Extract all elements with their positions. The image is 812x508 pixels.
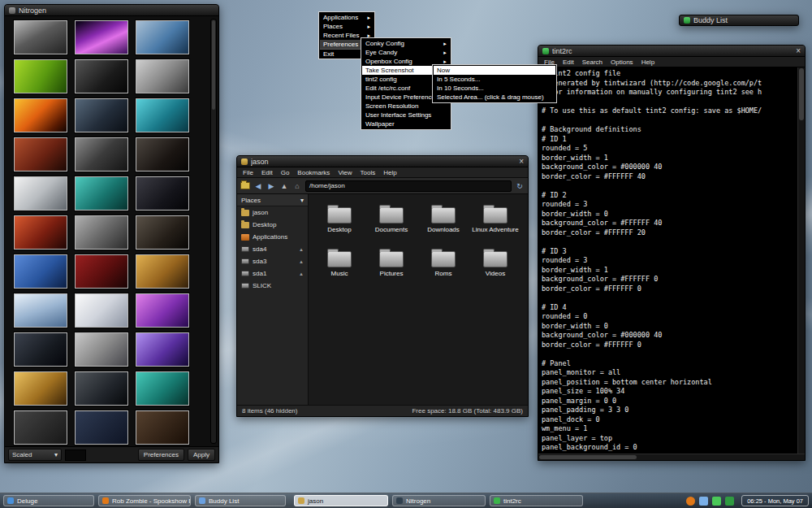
wallpaper-thumbnail[interactable] [14,332,67,367]
horizontal-scrollbar[interactable] [538,454,805,460]
tray-icon[interactable] [725,497,734,506]
scrollbar-thumb[interactable] [539,455,637,459]
eject-icon[interactable]: ▲ [299,271,304,276]
wallpaper-thumbnail[interactable] [75,410,128,445]
taskbar-task[interactable]: Rob Zombie - Spookshow B... [98,495,191,506]
wallpaper-thumbnail[interactable] [14,20,67,54]
folder-item[interactable]: Music [313,248,365,289]
folder-item[interactable]: Roms [417,248,469,289]
wallpaper-thumbnail[interactable] [136,215,189,250]
editor-text[interactable]: # Tint2 config file # Generated by tintw… [538,67,797,454]
folder-item[interactable]: Desktop [313,204,365,245]
wallpaper-thumbnail[interactable] [136,254,189,289]
screenshot-menu-item[interactable]: Now [434,66,555,75]
wallpaper-thumbnail[interactable] [14,410,67,445]
wallpaper-thumbnail[interactable] [136,332,189,367]
tray-icon[interactable] [699,497,708,506]
sidebar-place-item[interactable]: sda1 ▲ [237,267,308,280]
root-menu-item[interactable]: Applications ▸ [320,13,374,22]
menu-bar-item[interactable]: Go [277,169,294,176]
wallpaper-thumbnail[interactable] [14,371,67,406]
menu-bar-item[interactable]: Search [578,59,607,66]
folder-item[interactable]: Videos [469,248,521,289]
screenshot-menu-item[interactable]: In 5 Seconds... [434,75,555,84]
menu-bar-item[interactable]: Help [637,59,659,66]
scrollbar[interactable] [210,19,217,444]
sidebar-place-item[interactable]: jason [237,206,308,219]
preferences-menu-item[interactable]: Conky Config ▸ [362,39,450,48]
back-icon[interactable]: ◀ [253,182,263,190]
wallpaper-thumbnail[interactable] [75,254,128,289]
nitrogen-titlebar[interactable]: Nitrogen [5,5,218,16]
tray-icon[interactable] [686,497,695,506]
new-tab-icon[interactable] [240,182,250,189]
close-icon[interactable]: × [796,47,801,55]
bg-color-preview[interactable] [65,449,86,461]
wallpaper-thumbnail[interactable] [14,215,67,250]
sidebar-place-item[interactable]: sda3 ▲ [237,255,308,267]
wallpaper-thumbnail[interactable] [75,371,128,406]
taskbar-task[interactable]: Buddy List [195,495,286,506]
menu-bar-item[interactable]: Help [379,169,400,176]
wallpaper-thumbnail[interactable] [136,137,189,172]
folder-item[interactable]: Downloads [417,204,469,245]
menu-bar-item[interactable]: File [239,169,257,176]
taskbar-task[interactable]: jason [294,495,388,506]
wallpaper-thumbnail[interactable] [75,215,128,250]
wallpaper-thumbnail[interactable] [75,293,128,328]
taskbar-task[interactable]: Deluge [3,495,94,506]
up-icon[interactable]: ▲ [279,182,289,190]
scrollbar-thumb[interactable] [799,68,804,120]
folder-item[interactable]: Documents [365,204,417,245]
wallpaper-thumbnail[interactable] [14,254,67,289]
scrollbar-thumb[interactable] [212,20,215,110]
menu-bar-item[interactable]: Options [607,59,637,66]
wallpaper-thumbnail[interactable] [136,98,189,132]
places-header[interactable]: Places ▾ [237,194,308,206]
wallpaper-thumbnail[interactable] [14,137,67,172]
tray-icon[interactable] [712,497,721,506]
wallpaper-thumbnail[interactable] [75,332,128,367]
menu-bar-item[interactable]: Bookmarks [293,169,334,176]
wallpaper-thumbnail[interactable] [136,176,189,211]
menu-bar-item[interactable]: Tools [356,169,380,176]
mode-dropdown[interactable]: Scaled ▾ [8,449,62,461]
folder-item[interactable]: Pictures [365,248,417,289]
wallpaper-thumbnail[interactable] [75,59,128,93]
close-icon[interactable]: × [519,158,524,166]
root-menu-item[interactable]: Places ▸ [320,22,374,31]
wallpaper-thumbnail[interactable] [14,176,67,211]
screenshot-menu-item[interactable]: Selected Area... (click & drag mouse) [434,93,555,102]
wallpaper-thumbnail[interactable] [136,371,189,406]
preferences-menu-item[interactable]: Wallpaper [362,119,450,128]
home-icon[interactable]: ⌂ [292,182,302,190]
taskbar-task[interactable]: tint2rc [490,495,583,506]
wallpaper-thumbnail[interactable] [14,59,67,93]
wallpaper-thumbnail[interactable] [136,59,189,93]
preferences-menu-item[interactable]: Eye Candy ▸ [362,48,450,57]
path-input[interactable]: /home/jason [305,180,512,192]
menu-bar-item[interactable]: Edit [559,59,578,66]
menu-bar-item[interactable]: View [334,169,356,176]
menu-bar-item[interactable]: Edit [257,169,277,176]
wallpaper-thumbnail[interactable] [14,293,67,328]
refresh-icon[interactable]: ↻ [515,182,525,190]
editor-titlebar[interactable]: tint2rc × [538,46,805,57]
wallpaper-thumbnail[interactable] [136,20,189,54]
sidebar-place-item[interactable]: Applications [237,231,308,243]
wallpaper-thumbnail[interactable] [75,98,128,132]
sidebar-place-item[interactable]: sda4 ▲ [237,243,308,255]
desktop[interactable]: Nitrogen [0,0,812,508]
forward-icon[interactable]: ▶ [266,182,276,190]
sidebar-place-item[interactable]: Desktop [237,219,308,231]
buddy-list-titlebar[interactable]: Buddy List [680,15,798,25]
vertical-scrollbar[interactable] [797,67,805,454]
wallpaper-thumbnail[interactable] [75,176,128,211]
eject-icon[interactable]: ▲ [299,247,304,252]
preferences-button[interactable]: Preferences [138,449,184,461]
preferences-menu-item[interactable]: User Interface Settings [362,111,450,119]
wallpaper-thumbnail[interactable] [136,410,189,445]
apply-button[interactable]: Apply [188,449,215,461]
clock[interactable]: 06:25 - Mon, May 07 [741,495,809,506]
sidebar-place-item[interactable]: SLICK [237,280,308,292]
